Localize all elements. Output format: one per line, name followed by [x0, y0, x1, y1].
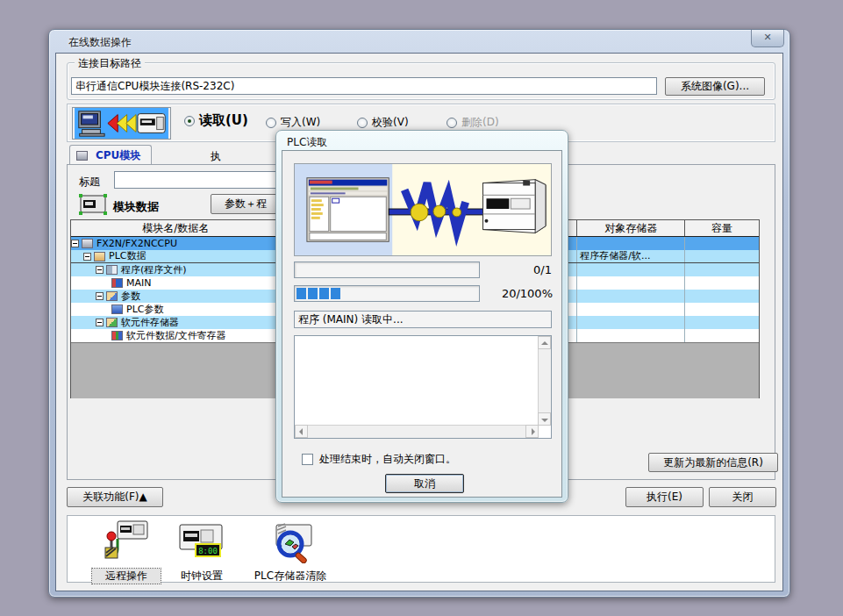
scroll-right-icon[interactable]: [525, 425, 539, 438]
collapse-icon[interactable]: [96, 292, 104, 300]
cancel-button[interactable]: 取消: [385, 474, 464, 493]
file-progress-bar: [294, 261, 480, 278]
program-folder-icon: [106, 265, 118, 275]
status-message-field: 程序 (MAIN) 读取中...: [294, 311, 552, 328]
scroll-down-icon[interactable]: [538, 412, 551, 426]
collapse-icon[interactable]: [96, 266, 104, 274]
pc-to-plc-transfer-icon: [72, 107, 171, 140]
checkbox-box: [302, 454, 313, 465]
radio-verify-dot: [357, 118, 368, 128]
auto-close-checkbox[interactable]: 处理结束时，自动关闭窗口。: [302, 452, 456, 467]
shortcut-label: PLC存储器清除: [243, 569, 338, 584]
close-icon[interactable]: ✕: [751, 30, 784, 47]
percent-progress-bar: [294, 285, 480, 302]
clock-setting-icon: 8:00: [176, 523, 227, 563]
radio-delete[interactable]: 删除(D): [447, 115, 499, 130]
collapse-icon[interactable]: [71, 240, 79, 247]
radio-write-dot: [266, 118, 276, 128]
radio-read-dot: [184, 116, 195, 126]
radio-delete-dot: [447, 118, 457, 128]
collapse-icon[interactable]: [96, 319, 104, 326]
connection-path-field[interactable]: [71, 77, 657, 95]
parameter-program-button[interactable]: 参数＋程: [211, 194, 281, 214]
module-data-label: 模块数据: [113, 199, 159, 215]
percent-progress-label: 20/100%: [482, 287, 553, 300]
plc-read-dialog: PLC读取: [275, 130, 568, 503]
scroll-up-icon[interactable]: [538, 336, 551, 349]
pc-plc-communication-illustration: [294, 163, 552, 256]
dialog-title: PLC读取: [287, 135, 327, 150]
radio-verify[interactable]: 校验(V): [357, 115, 409, 130]
progress-segment: [308, 288, 318, 299]
related-functions-button[interactable]: 关联功能(F)▲: [67, 487, 163, 507]
shortcut-label: 时钟设置: [166, 569, 238, 584]
collapse-icon[interactable]: [83, 253, 91, 261]
window-title: 在线数据操作: [68, 35, 132, 50]
remote-operation-icon: [104, 519, 149, 563]
title-field-label: 标题: [79, 175, 100, 190]
dialog-client-area: 0/1 20/100% 程序 (MAIN) 读取中... 处理结束时，自动关闭窗…: [282, 150, 562, 498]
plc-data-folder-icon: [94, 252, 105, 261]
parameter-folder-icon: [106, 291, 118, 301]
device-data-icon: [111, 331, 123, 340]
header-capacity[interactable]: 容量: [685, 220, 759, 236]
module-data-icon: [79, 194, 107, 215]
horizontal-scrollbar[interactable]: [295, 425, 539, 438]
progress-segment: [331, 288, 340, 299]
plc-unit-mini: [483, 180, 547, 233]
checkbox-label: 处理结束时，自动关闭窗口。: [319, 452, 456, 467]
system-image-button[interactable]: 系统图像(G)...: [665, 77, 765, 96]
device-memory-folder-icon: [106, 318, 118, 327]
vertical-scrollbar[interactable]: [538, 336, 551, 426]
plc-memory-clear-icon: [266, 523, 315, 563]
header-target-memory[interactable]: 对象存储器: [577, 220, 685, 236]
progress-segment: [296, 288, 306, 299]
shortcut-label: 远程操作: [92, 569, 161, 584]
plc-parameter-icon: [111, 304, 123, 314]
main-program-icon: [111, 278, 123, 288]
execute-button[interactable]: 执行(E): [625, 487, 704, 507]
connection-group-label: 连接目标路径: [75, 56, 145, 71]
plc-cpu-icon: [82, 239, 93, 248]
refresh-info-button[interactable]: 更新为最新的信息(R): [648, 453, 778, 472]
shortcut-clock-setting[interactable]: 8:00 时钟设置: [166, 523, 238, 584]
radio-read[interactable]: 读取(U): [184, 112, 248, 129]
scroll-left-icon[interactable]: [295, 425, 308, 438]
header-module-name[interactable]: 模块名/数据名: [71, 220, 282, 236]
radio-write[interactable]: 写入(W): [266, 115, 320, 130]
close-button[interactable]: 关闭: [709, 487, 776, 507]
svg-text:8:00: 8:00: [198, 547, 218, 555]
progress-segment: [319, 288, 329, 299]
partial-covered-text: 执: [211, 149, 221, 164]
shortcut-remote-operation[interactable]: 远程操作: [92, 519, 161, 584]
cpu-module-icon: [76, 151, 88, 161]
related-functions-panel: 远程操作 8:00 时钟设置: [67, 515, 775, 583]
file-progress-label: 0/1: [489, 263, 552, 276]
shortcut-plc-memory-clear[interactable]: PLC存储器清除: [243, 523, 338, 584]
tab-cpu-module[interactable]: CPU模块: [69, 145, 152, 165]
software-window-mini: [307, 178, 389, 242]
result-list-box[interactable]: [294, 335, 552, 439]
